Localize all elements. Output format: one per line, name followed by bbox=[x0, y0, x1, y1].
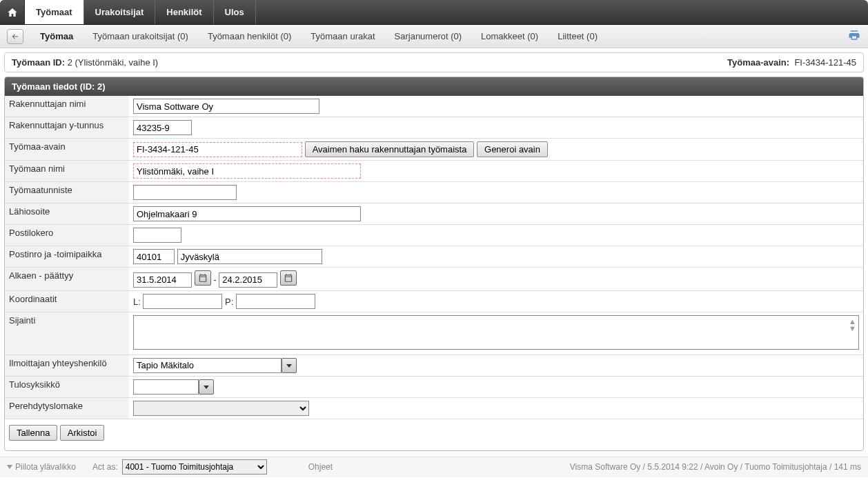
postal-label: Postinro ja -toimipaikka bbox=[5, 246, 129, 268]
key-label: Työmaa-avain bbox=[5, 139, 129, 161]
location-label: Sijainti bbox=[5, 312, 129, 355]
form-label: Perehdytyslomake bbox=[5, 397, 129, 419]
lon-input[interactable] bbox=[236, 294, 315, 309]
lat-label: L: bbox=[133, 296, 141, 306]
subtab-sarjanumerot[interactable]: Sarjanumerot (0) bbox=[385, 31, 472, 41]
contact-dropdown-button[interactable] bbox=[282, 358, 297, 373]
builder-name-label: Rakennuttajan nimi bbox=[5, 96, 129, 117]
address-label: Lähiosoite bbox=[5, 203, 129, 225]
end-calendar-button[interactable] bbox=[280, 270, 297, 286]
key-input[interactable] bbox=[133, 142, 302, 157]
subtab-urakoitsijat[interactable]: Työmaan urakoitsijat (0) bbox=[83, 31, 198, 41]
details-panel: Työmaan tiedot (ID: 2) Rakennuttajan nim… bbox=[4, 77, 864, 451]
subtab-henkilot[interactable]: Työmaan henkilöt (0) bbox=[198, 31, 301, 41]
collapse-icon bbox=[7, 465, 12, 469]
header-row: Työmaan ID: 2 (Ylistönmäki, vaihe I) Työ… bbox=[4, 52, 864, 72]
subtab-tyomaa[interactable]: Työmaa bbox=[30, 31, 83, 41]
print-icon bbox=[847, 29, 861, 41]
panel-title: Työmaan tiedot (ID: 2) bbox=[5, 77, 863, 96]
lon-label: P: bbox=[225, 296, 233, 306]
pobox-label: Postilokero bbox=[5, 225, 129, 246]
contact-input[interactable] bbox=[133, 358, 282, 373]
coords-label: Koordinaatit bbox=[5, 290, 129, 312]
actas-select[interactable]: 4001 - Tuomo Toimitusjohtaja bbox=[122, 459, 267, 475]
hide-topmenu-link[interactable]: Piilota ylävalikko bbox=[15, 462, 76, 472]
tab-tyomaat[interactable]: Työmaat bbox=[25, 0, 84, 24]
unit-input[interactable] bbox=[133, 379, 199, 395]
lat-input[interactable] bbox=[143, 294, 222, 309]
subtab-lomakkeet[interactable]: Lomakkeet (0) bbox=[471, 31, 548, 41]
scroll-arrows-icon: ▲▼ bbox=[849, 318, 856, 332]
address-input[interactable] bbox=[133, 206, 361, 221]
worksite-id-value: 2 (Ylistönmäki, vaihe I) bbox=[68, 57, 159, 68]
ytunnus-label: Rakennuttajan y-tunnus bbox=[5, 117, 129, 139]
back-button[interactable] bbox=[7, 29, 23, 44]
contact-label: Ilmoittajan yhteyshenkilö bbox=[5, 355, 129, 376]
footer: Piilota ylävalikko Act as: 4001 - Tuomo … bbox=[0, 457, 868, 477]
back-icon bbox=[10, 32, 20, 41]
start-calendar-button[interactable] bbox=[195, 270, 211, 286]
save-button[interactable]: Tallenna bbox=[9, 425, 57, 441]
identifier-input[interactable] bbox=[133, 185, 237, 200]
orientation-form-select[interactable] bbox=[133, 401, 309, 416]
footer-status: Visma Software Oy / 5.5.2014 9:22 / Avoi… bbox=[570, 462, 861, 472]
calendar-icon bbox=[284, 273, 293, 283]
end-date-input[interactable] bbox=[219, 272, 277, 288]
pobox-input[interactable] bbox=[133, 228, 181, 243]
worksite-id-label: Työmaan ID: bbox=[12, 57, 65, 68]
unit-dropdown-button[interactable] bbox=[199, 379, 214, 395]
tab-urakoitsijat[interactable]: Urakoitsijat bbox=[84, 0, 156, 24]
top-nav: Työmaat Urakoitsijat Henkilöt Ulos bbox=[0, 0, 868, 25]
chevron-down-icon bbox=[203, 383, 210, 390]
fetch-key-button[interactable]: Avaimen haku rakennuttajan työmaista bbox=[305, 141, 475, 157]
chevron-down-icon bbox=[286, 362, 293, 369]
subtab-urakat[interactable]: Työmaan urakat bbox=[301, 31, 384, 41]
city-input[interactable] bbox=[177, 249, 322, 264]
postcode-input[interactable] bbox=[133, 249, 175, 264]
tab-ulos[interactable]: Ulos bbox=[214, 0, 256, 24]
archive-button[interactable]: Arkistoi bbox=[60, 425, 105, 441]
start-date-input[interactable] bbox=[133, 272, 192, 288]
builder-name-input[interactable] bbox=[133, 99, 319, 114]
worksite-key-value: FI-3434-121-45 bbox=[794, 57, 856, 68]
dash: - bbox=[213, 275, 216, 285]
print-button[interactable] bbox=[847, 29, 861, 43]
ytunnus-input[interactable] bbox=[133, 120, 192, 135]
identifier-label: Työmaatunniste bbox=[5, 182, 129, 203]
home-button[interactable] bbox=[0, 0, 25, 24]
subtab-liitteet[interactable]: Liitteet (0) bbox=[548, 31, 607, 41]
location-textarea[interactable] bbox=[133, 315, 859, 350]
help-link[interactable]: Ohjeet bbox=[308, 462, 333, 472]
sub-nav: Työmaa Työmaan urakoitsijat (0) Työmaan … bbox=[0, 25, 868, 48]
worksite-name-input[interactable] bbox=[133, 163, 361, 179]
home-icon bbox=[7, 7, 18, 18]
worksite-key-label: Työmaa-avain: bbox=[727, 57, 789, 68]
dates-label: Alkaen - päättyy bbox=[5, 268, 129, 291]
generate-key-button[interactable]: Generoi avain bbox=[477, 141, 548, 157]
actas-label: Act as: bbox=[92, 462, 118, 472]
calendar-icon bbox=[198, 273, 208, 283]
tab-henkilot[interactable]: Henkilöt bbox=[155, 0, 213, 24]
unit-label: Tulosyksikkö bbox=[5, 376, 129, 397]
worksite-name-label: Työmaan nimi bbox=[5, 161, 129, 182]
